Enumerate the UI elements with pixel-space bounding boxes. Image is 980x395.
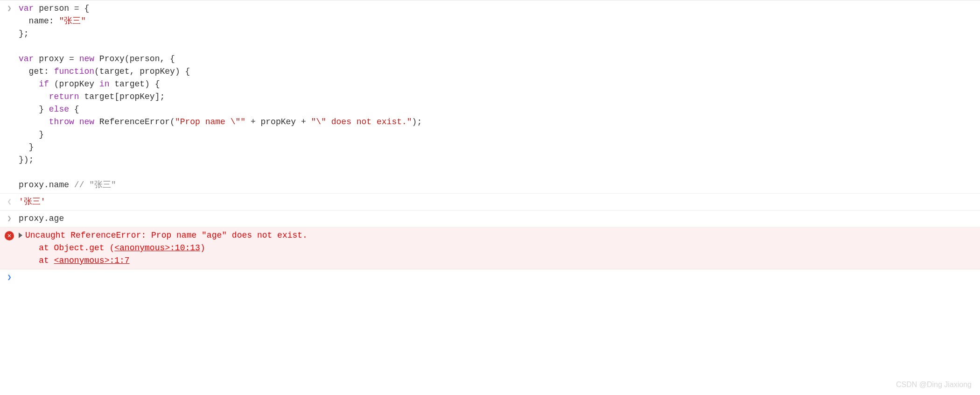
code-token: (propKey bbox=[49, 79, 99, 89]
code-token: person = { bbox=[34, 4, 89, 13]
stack-suffix: ) bbox=[200, 243, 205, 253]
error-message: Uncaught ReferenceError: Prop name "age"… bbox=[25, 231, 308, 240]
code-token bbox=[19, 92, 49, 101]
code-token: target[propKey]; bbox=[79, 92, 165, 101]
code-token: { bbox=[69, 105, 79, 114]
code-token: new bbox=[79, 54, 94, 63]
code-token: } bbox=[19, 142, 34, 152]
console-row-output: ❮'张三' bbox=[0, 194, 980, 211]
stack-prefix: at bbox=[19, 256, 54, 265]
code-token: }); bbox=[19, 155, 34, 164]
code-token: ); bbox=[412, 117, 422, 127]
error-message-line[interactable]: Uncaught ReferenceError: Prop name "age"… bbox=[19, 229, 971, 242]
code-token: Proxy(person, { bbox=[94, 54, 175, 63]
expand-arrow-icon[interactable] bbox=[19, 233, 22, 238]
code-token: "\" does not exist." bbox=[311, 117, 412, 127]
watermark: CSDN @Ding Jiaxiong bbox=[896, 379, 972, 390]
code-token: // "张三" bbox=[74, 180, 116, 190]
code-token: name: bbox=[19, 16, 59, 26]
code-token: proxy.name bbox=[19, 180, 74, 190]
gutter: ❯ bbox=[0, 271, 19, 283]
stack-source-link[interactable]: <anonymous>:10:13 bbox=[114, 243, 200, 253]
gutter: ❯ bbox=[0, 2, 19, 14]
code-token: + propKey + bbox=[245, 117, 311, 127]
code-token: } bbox=[19, 130, 44, 139]
console-row-input: ❯var person = { name: "张三" }; var proxy … bbox=[0, 0, 980, 194]
chevron-right-icon: ❯ bbox=[7, 3, 12, 14]
code-token: "张三" bbox=[59, 16, 86, 26]
chevron-right-icon: ❯ bbox=[7, 213, 12, 225]
code-token: var bbox=[19, 4, 34, 13]
stack-prefix: at Object.get ( bbox=[19, 243, 114, 253]
code-token: }; bbox=[19, 29, 29, 38]
console-row-error: ✕Uncaught ReferenceError: Prop name "age… bbox=[0, 227, 980, 269]
stack-frame: at <anonymous>:1:7 bbox=[19, 254, 971, 267]
code-token: '张三' bbox=[19, 197, 46, 206]
code-token: throw bbox=[49, 117, 74, 127]
code-token bbox=[74, 117, 79, 127]
error-icon: ✕ bbox=[5, 231, 14, 240]
console-row-input: ❯proxy.age bbox=[0, 211, 980, 227]
code-token bbox=[19, 117, 49, 127]
code-token: if bbox=[39, 79, 49, 89]
code-token: "Prop name \"" bbox=[175, 117, 245, 127]
code-token bbox=[19, 79, 39, 89]
code-token: else bbox=[49, 105, 69, 114]
code-token: target) { bbox=[109, 79, 160, 89]
console-content: '张三' bbox=[19, 196, 980, 208]
code-token: } bbox=[19, 105, 49, 114]
code-token: proxy.age bbox=[19, 214, 64, 223]
gutter: ❮ bbox=[0, 196, 19, 208]
code-token: (target, propKey) { bbox=[94, 67, 190, 76]
stack-frame: at Object.get (<anonymous>:10:13) bbox=[19, 242, 971, 254]
code-token: var bbox=[19, 54, 34, 63]
code-token: function bbox=[54, 67, 94, 76]
console-content: proxy.age bbox=[19, 212, 980, 225]
gutter: ✕ bbox=[0, 229, 19, 240]
code-token: return bbox=[49, 92, 79, 101]
gutter: ❯ bbox=[0, 212, 19, 225]
console-row-prompt: ❯ bbox=[0, 269, 980, 285]
stack-source-link[interactable]: <anonymous>:1:7 bbox=[54, 256, 130, 265]
code-token: ReferenceError( bbox=[94, 117, 175, 127]
chevron-right-icon: ❯ bbox=[7, 272, 12, 283]
code-token: in bbox=[99, 79, 110, 89]
chevron-left-icon: ❮ bbox=[7, 197, 12, 208]
console-content: var person = { name: "张三" }; var proxy =… bbox=[19, 2, 980, 191]
code-token: get: bbox=[19, 67, 54, 76]
code-token: proxy = bbox=[34, 54, 79, 63]
code-token: new bbox=[79, 117, 94, 127]
console-content: Uncaught ReferenceError: Prop name "age"… bbox=[19, 229, 980, 267]
devtools-console: ❯var person = { name: "张三" }; var proxy … bbox=[0, 0, 980, 285]
